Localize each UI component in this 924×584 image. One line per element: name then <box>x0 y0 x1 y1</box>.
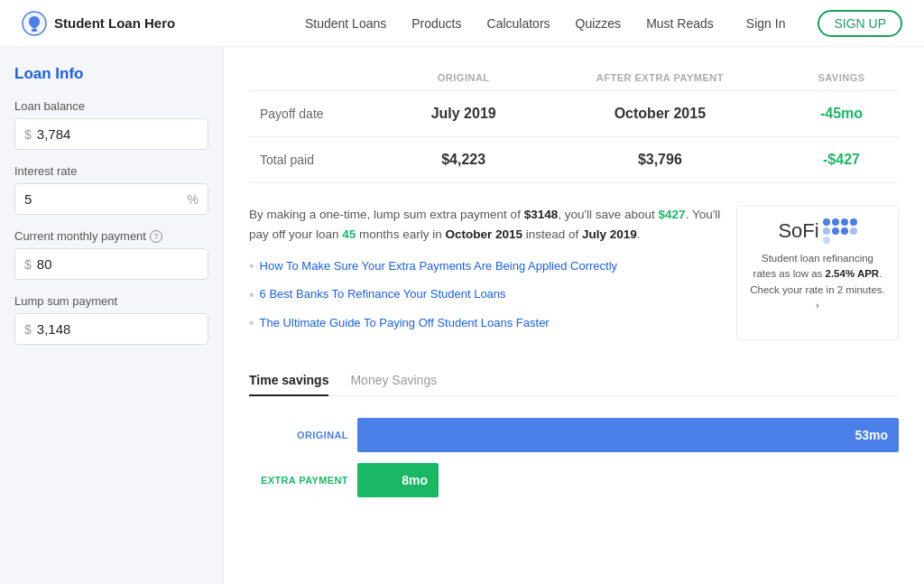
col-savings: SAVINGS <box>784 65 899 91</box>
svg-rect-1 <box>32 29 37 32</box>
signup-button[interactable]: SIGN UP <box>818 10 902 37</box>
row-total-savings: -$427 <box>784 137 899 183</box>
lump-sum-input[interactable] <box>37 321 199 337</box>
col-original: ORIGINAL <box>392 65 536 91</box>
loan-balance-prefix: $ <box>24 127 32 142</box>
logo: Student Loan Hero <box>22 11 175 36</box>
link-refinance-banks[interactable]: 6 Best Banks To Refinance Your Student L… <box>260 285 506 304</box>
interest-rate-group: Interest rate % <box>14 164 208 215</box>
loan-balance-group: Loan balance $ <box>14 99 208 150</box>
col-after: AFTER EXTRA PAYMENT <box>536 65 784 91</box>
loan-balance-label: Loan balance <box>14 99 208 113</box>
main-layout: Loan Info Loan balance $ Interest rate % <box>0 47 924 584</box>
row-payoff-label: Payoff date <box>249 91 392 137</box>
monthly-payment-label: Current monthly payment ? <box>14 229 208 243</box>
row-payoff-after: October 2015 <box>536 91 784 137</box>
loan-balance-input-wrapper: $ <box>14 118 208 150</box>
summary-text: By making a one-time, lump sum extra pay… <box>249 205 722 340</box>
list-item: 6 Best Banks To Refinance Your Student L… <box>249 283 722 307</box>
list-item: The Ultimate Guide To Paying Off Student… <box>249 311 722 335</box>
monthly-payment-help-icon[interactable]: ? <box>150 230 162 243</box>
tabs: Time savings Money Savings <box>249 366 899 396</box>
list-item: How To Make Sure Your Extra Payments Are… <box>249 255 722 278</box>
nav-student-loans[interactable]: Student Loans <box>305 16 386 31</box>
sidebar: Loan Info Loan balance $ Interest rate % <box>0 47 224 584</box>
tab-money-savings[interactable]: Money Savings <box>350 366 437 396</box>
logo-icon <box>22 11 47 36</box>
chart-bar-original-container: 53mo <box>357 418 899 452</box>
lump-sum-prefix: $ <box>24 322 32 337</box>
sidebar-title: Loan Info <box>14 65 208 83</box>
nav-must-reads[interactable]: Must Reads <box>646 16 714 31</box>
summary-links: How To Make Sure Your Extra Payments Are… <box>249 255 722 335</box>
nav-calculators[interactable]: Calculators <box>487 16 550 31</box>
sofi-ad-description: Student loan refinancing rates as low as… <box>750 251 885 313</box>
sofi-brand-text: SoFi <box>778 219 818 243</box>
row-total-original: $4,223 <box>392 137 536 183</box>
tab-time-savings[interactable]: Time savings <box>249 366 328 396</box>
chart-row-extra: EXTRA PAYMENT 8mo <box>249 463 899 497</box>
logo-text: Student Loan Hero <box>54 15 175 31</box>
link-pay-off-guide[interactable]: The Ultimate Guide To Paying Off Student… <box>260 314 550 333</box>
chart-value-original: 53mo <box>855 428 888 442</box>
sofi-ad[interactable]: SoFi Student loan refinancing rat <box>736 205 899 340</box>
chart-value-extra: 8mo <box>402 473 428 487</box>
row-total-label: Total paid <box>249 137 392 183</box>
chart-section: ORIGINAL 53mo EXTRA PAYMENT 8mo <box>249 414 899 512</box>
header: Student Loan Hero Student Loans Products… <box>0 0 924 47</box>
monthly-payment-input-wrapper: $ <box>14 248 208 280</box>
chart-bar-original: 53mo <box>357 418 899 452</box>
table-row: Total paid $4,223 $3,796 -$427 <box>249 137 899 183</box>
monthly-payment-prefix: $ <box>24 257 32 272</box>
sofi-dots-icon <box>823 218 857 244</box>
main-content: ORIGINAL AFTER EXTRA PAYMENT SAVINGS Pay… <box>224 47 924 584</box>
row-total-after: $3,796 <box>536 137 784 183</box>
lump-sum-input-wrapper: $ <box>14 313 208 345</box>
interest-rate-input-wrapper: % <box>14 183 208 215</box>
chart-label-original: ORIGINAL <box>249 430 348 440</box>
chart-bar-extra-container: 8mo <box>357 463 899 497</box>
signin-button[interactable]: Sign In <box>746 16 786 31</box>
nav-quizzes[interactable]: Quizzes <box>576 16 622 31</box>
row-payoff-savings: -45mo <box>784 91 899 137</box>
summary-section: By making a one-time, lump sum extra pay… <box>249 205 899 340</box>
interest-rate-input[interactable] <box>24 191 182 207</box>
loan-balance-input[interactable] <box>37 126 199 142</box>
table-row: Payoff date July 2019 October 2015 -45mo <box>249 91 899 137</box>
summary-paragraph: By making a one-time, lump sum extra pay… <box>249 205 722 244</box>
lump-sum-group: Lump sum payment $ <box>14 294 208 345</box>
monthly-payment-input[interactable] <box>37 256 199 272</box>
chart-label-extra: EXTRA PAYMENT <box>249 475 348 486</box>
interest-rate-label: Interest rate <box>14 164 208 178</box>
row-payoff-original: July 2019 <box>392 91 536 137</box>
sofi-logo: SoFi <box>778 218 856 244</box>
link-extra-payments[interactable]: How To Make Sure Your Extra Payments Are… <box>260 257 617 276</box>
interest-rate-suffix: % <box>188 192 199 207</box>
results-table: ORIGINAL AFTER EXTRA PAYMENT SAVINGS Pay… <box>249 65 899 183</box>
lump-sum-label: Lump sum payment <box>14 294 208 308</box>
chart-row-original: ORIGINAL 53mo <box>249 418 899 452</box>
nav-products[interactable]: Products <box>411 16 461 31</box>
nav: Student Loans Products Calculators Quizz… <box>305 10 902 37</box>
monthly-payment-group: Current monthly payment ? $ <box>14 229 208 280</box>
col-empty <box>249 65 392 91</box>
chart-bar-extra: 8mo <box>357 463 439 497</box>
